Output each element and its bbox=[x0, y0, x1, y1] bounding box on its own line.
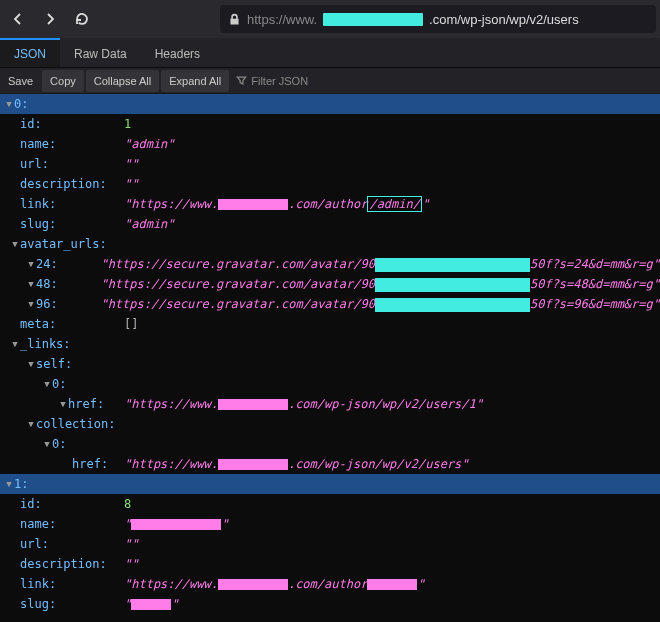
chevron-down-icon: ▼ bbox=[4, 474, 14, 494]
back-button[interactable] bbox=[4, 5, 32, 33]
tree-row[interactable]: url:"" bbox=[0, 154, 660, 174]
val-name: "" bbox=[124, 514, 228, 534]
reload-icon bbox=[74, 11, 90, 27]
tree-row[interactable]: url:"" bbox=[0, 534, 660, 554]
key-description: description: bbox=[20, 554, 107, 574]
tree-row[interactable]: href:"https://www..com/wp-json/wp/v2/use… bbox=[0, 454, 660, 474]
chevron-down-icon: ▼ bbox=[42, 434, 52, 454]
key-id: id: bbox=[20, 114, 42, 134]
tree-row[interactable]: id:8 bbox=[0, 494, 660, 514]
tree-row[interactable]: name:"admin" bbox=[0, 134, 660, 154]
viewer-tabs: JSON Raw Data Headers bbox=[0, 38, 660, 68]
key-24: 24: bbox=[36, 254, 58, 274]
lock-icon bbox=[228, 13, 241, 26]
tree-row[interactable]: ▼48:"https://secure.gravatar.com/avatar/… bbox=[0, 274, 660, 294]
key-coll-0: 0: bbox=[52, 434, 66, 454]
tree-row-index-0[interactable]: ▼0: bbox=[0, 94, 660, 114]
tree-row[interactable]: ▼_links: bbox=[0, 334, 660, 354]
json-toolbar: Save Copy Collapse All Expand All Filter… bbox=[0, 68, 660, 94]
tab-json[interactable]: JSON bbox=[0, 38, 60, 67]
tree-row[interactable]: id:1 bbox=[0, 114, 660, 134]
tree-row[interactable]: slug:"" bbox=[0, 594, 660, 614]
key-link: link: bbox=[20, 194, 56, 214]
tree-row[interactable]: ▼avatar_urls: bbox=[0, 234, 660, 254]
tree-row[interactable]: description:"" bbox=[0, 554, 660, 574]
tree-row[interactable]: slug:"admin" bbox=[0, 214, 660, 234]
val-slug: "admin" bbox=[124, 214, 175, 234]
val-avatar-48: "https://secure.gravatar.com/avatar/9050… bbox=[100, 274, 660, 294]
tree-row[interactable]: ▼0: bbox=[0, 374, 660, 394]
tree-row[interactable]: description:"" bbox=[0, 174, 660, 194]
val-name: "admin" bbox=[124, 134, 175, 154]
key-name: name: bbox=[20, 134, 56, 154]
chevron-down-icon: ▼ bbox=[10, 234, 20, 254]
val-url: "" bbox=[124, 154, 138, 174]
val-avatar-24: "https://secure.gravatar.com/avatar/9050… bbox=[100, 254, 660, 274]
val-description: "" bbox=[124, 174, 138, 194]
val-self-href: "https://www..com/wp-json/wp/v2/users/1" bbox=[124, 394, 483, 414]
key-meta: meta: bbox=[20, 314, 56, 334]
chevron-down-icon: ▼ bbox=[4, 94, 14, 114]
tab-headers[interactable]: Headers bbox=[141, 38, 214, 67]
key-slug: slug: bbox=[20, 214, 56, 234]
val-id: 8 bbox=[124, 494, 131, 514]
reload-button[interactable] bbox=[68, 5, 96, 33]
tree-row[interactable]: link:"https://www..com/author" bbox=[0, 574, 660, 594]
val-description: "" bbox=[124, 554, 138, 574]
filter-icon bbox=[236, 75, 247, 86]
key-1: 1: bbox=[14, 474, 28, 494]
collapse-all-button[interactable]: Collapse All bbox=[86, 70, 159, 92]
copy-button[interactable]: Copy bbox=[42, 70, 84, 92]
chevron-down-icon: ▼ bbox=[26, 254, 36, 274]
val-avatar-96: "https://secure.gravatar.com/avatar/9050… bbox=[100, 294, 660, 314]
expand-all-button[interactable]: Expand All bbox=[161, 70, 229, 92]
tree-row[interactable]: ▼href:"https://www..com/wp-json/wp/v2/us… bbox=[0, 394, 660, 414]
key-name: name: bbox=[20, 514, 56, 534]
val-meta: [] bbox=[124, 314, 138, 334]
val-slug: "" bbox=[124, 594, 178, 614]
tree-row[interactable]: ▼0: bbox=[0, 434, 660, 454]
chevron-down-icon: ▼ bbox=[26, 414, 36, 434]
forward-button[interactable] bbox=[36, 5, 64, 33]
json-tree: ▼0: id:1 name:"admin" url:"" description… bbox=[0, 94, 660, 614]
chevron-down-icon: ▼ bbox=[26, 294, 36, 314]
save-button[interactable]: Save bbox=[0, 70, 41, 92]
filter-json-input[interactable]: Filter JSON bbox=[236, 75, 308, 87]
key-96: 96: bbox=[36, 294, 58, 314]
chevron-down-icon: ▼ bbox=[26, 354, 36, 374]
tree-row[interactable]: ▼self: bbox=[0, 354, 660, 374]
key-self-href: href: bbox=[68, 394, 104, 414]
key-url: url: bbox=[20, 534, 49, 554]
val-link: "https://www..com/author/admin/" bbox=[124, 194, 429, 214]
tree-row[interactable]: ▼collection: bbox=[0, 414, 660, 434]
tab-raw-data[interactable]: Raw Data bbox=[60, 38, 141, 67]
key-links: _links: bbox=[20, 334, 71, 354]
key-collection: collection: bbox=[36, 414, 115, 434]
tree-row[interactable]: name:"" bbox=[0, 514, 660, 534]
key-slug: slug: bbox=[20, 594, 56, 614]
tree-row[interactable]: link:"https://www..com/author/admin/" bbox=[0, 194, 660, 214]
tree-row-index-1[interactable]: ▼1: bbox=[0, 474, 660, 494]
key-link: link: bbox=[20, 574, 56, 594]
tree-row[interactable]: ▼24:"https://secure.gravatar.com/avatar/… bbox=[0, 254, 660, 274]
val-coll-href: "https://www..com/wp-json/wp/v2/users" bbox=[124, 454, 469, 474]
filter-placeholder: Filter JSON bbox=[251, 75, 308, 87]
redacted-domain: x bbox=[323, 13, 423, 26]
key-url: url: bbox=[20, 154, 49, 174]
chevron-down-icon: ▼ bbox=[58, 394, 68, 414]
arrow-right-icon bbox=[42, 11, 58, 27]
chevron-down-icon: ▼ bbox=[10, 334, 20, 354]
key-avatar-urls: avatar_urls: bbox=[20, 234, 107, 254]
address-bar[interactable]: https://www.x.com/wp-json/wp/v2/users bbox=[220, 5, 656, 33]
url-scheme: https://www. bbox=[247, 12, 317, 27]
tree-row[interactable]: ▼96:"https://secure.gravatar.com/avatar/… bbox=[0, 294, 660, 314]
tree-row[interactable]: meta:[] bbox=[0, 314, 660, 334]
key-48: 48: bbox=[36, 274, 58, 294]
key-0: 0: bbox=[14, 94, 28, 114]
chevron-down-icon: ▼ bbox=[42, 374, 52, 394]
key-self-0: 0: bbox=[52, 374, 66, 394]
key-id: id: bbox=[20, 494, 42, 514]
val-link: "https://www..com/author" bbox=[124, 574, 425, 594]
arrow-left-icon bbox=[10, 11, 26, 27]
chevron-down-icon: ▼ bbox=[26, 274, 36, 294]
